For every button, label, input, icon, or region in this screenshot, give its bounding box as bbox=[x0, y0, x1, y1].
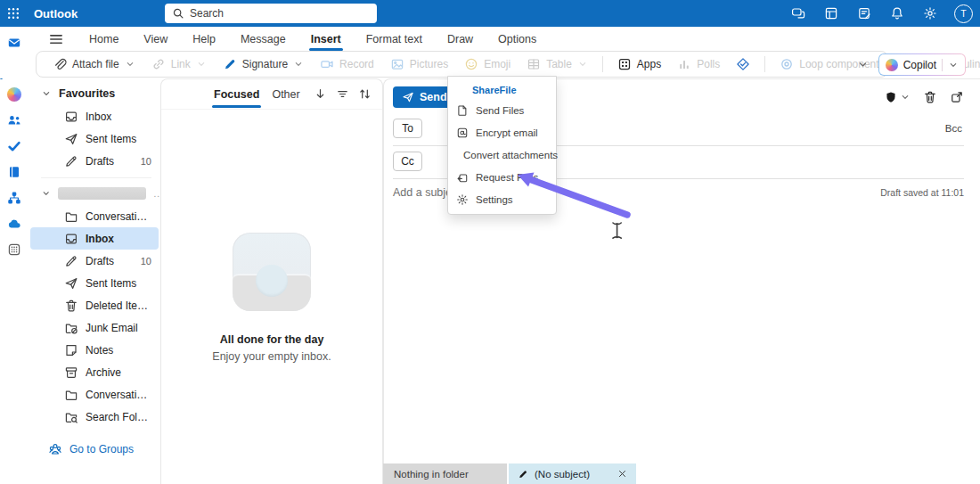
folder-notes[interactable]: Notes bbox=[30, 339, 159, 361]
table-grid-icon bbox=[527, 57, 541, 71]
table-button: Table bbox=[519, 53, 595, 76]
cc-button[interactable]: Cc bbox=[393, 152, 422, 171]
chevron-down-icon bbox=[900, 92, 911, 103]
menu-item-send-files[interactable]: Send Files bbox=[448, 99, 556, 121]
toolbar-divider bbox=[764, 56, 765, 72]
tab-view[interactable]: View bbox=[131, 29, 180, 50]
chevron-down-icon bbox=[293, 59, 304, 70]
groups-people-icon bbox=[48, 442, 62, 456]
loop-icon bbox=[780, 57, 794, 71]
menu-item-request-files[interactable]: Request Files bbox=[448, 166, 556, 188]
tab-home[interactable]: Home bbox=[77, 29, 131, 50]
tab-draw[interactable]: Draw bbox=[435, 29, 486, 50]
discard-trash-icon[interactable] bbox=[923, 90, 937, 104]
feed-icon[interactable] bbox=[822, 4, 840, 22]
tab-insert[interactable]: Insert bbox=[298, 29, 354, 50]
draft-pencil-icon bbox=[64, 154, 78, 168]
todo-app-icon[interactable] bbox=[7, 139, 21, 153]
empty-inbox-illustration bbox=[233, 233, 311, 311]
account-name-ellipsis: .. bbox=[153, 189, 160, 199]
menu-item-encrypt-email[interactable]: Encrypt email bbox=[448, 121, 556, 144]
folder-archive[interactable]: Archive bbox=[30, 361, 159, 383]
apps-button[interactable]: Apps bbox=[610, 53, 668, 76]
folder-conversation-history[interactable]: Conversation Histo... bbox=[30, 383, 159, 406]
folder-search-folders[interactable]: Search Folders bbox=[30, 406, 159, 428]
favourite-sent-items[interactable]: Sent Items bbox=[30, 127, 159, 150]
sharefile-pinned-button[interactable] bbox=[729, 53, 757, 76]
people-app-icon[interactable] bbox=[7, 113, 21, 127]
notebook-app-icon[interactable] bbox=[7, 165, 21, 179]
toolbar-overflow-chevron-icon[interactable] bbox=[857, 59, 869, 70]
teams-chat-icon[interactable] bbox=[789, 4, 807, 22]
note-icon bbox=[64, 343, 78, 357]
message-body-field[interactable] bbox=[393, 280, 964, 455]
junk-folder-icon bbox=[64, 321, 78, 335]
copilot-button[interactable]: Copilot bbox=[878, 53, 966, 76]
emoji-button: Emoji bbox=[457, 53, 518, 76]
record-button: Record bbox=[313, 53, 381, 76]
tab-focused[interactable]: Focused bbox=[208, 81, 265, 108]
video-camera-icon bbox=[320, 57, 334, 71]
tab-options[interactable]: Options bbox=[486, 29, 549, 50]
folder-deleted-items[interactable]: Deleted Items bbox=[30, 294, 159, 316]
draft-message-tab[interactable]: (No subject) bbox=[509, 463, 636, 484]
tab-other[interactable]: Other bbox=[265, 81, 306, 108]
signature-pen-icon bbox=[223, 57, 237, 71]
account-avatar[interactable]: T bbox=[954, 4, 973, 23]
folder-pane-toggle-icon[interactable] bbox=[48, 31, 64, 47]
search-folder-icon bbox=[64, 410, 78, 424]
go-to-groups-link[interactable]: Go to Groups bbox=[29, 428, 160, 456]
copilot-app-icon[interactable] bbox=[7, 87, 21, 102]
onedrive-app-icon[interactable] bbox=[7, 217, 21, 231]
favourite-drafts[interactable]: Drafts 10 bbox=[30, 150, 159, 172]
tab-message[interactable]: Message bbox=[228, 29, 298, 50]
tab-format-text[interactable]: Format text bbox=[354, 29, 435, 50]
folder-pane: Favourites Inbox Sent Items Drafts 10 ..… bbox=[29, 78, 160, 484]
chevron-down-icon[interactable] bbox=[948, 60, 959, 70]
inbox-icon bbox=[64, 110, 78, 124]
app-launcher-icon[interactable] bbox=[0, 0, 27, 27]
folder-status-tab[interactable]: Nothing in folder bbox=[383, 463, 507, 484]
message-list-header: Focused Other bbox=[161, 79, 382, 110]
favourites-header[interactable]: Favourites bbox=[29, 78, 160, 105]
request-arrow-icon bbox=[456, 171, 469, 184]
folder-drafts[interactable]: Drafts 10 bbox=[30, 250, 159, 272]
menu-item-convert-attachments[interactable]: Convert attachments bbox=[448, 144, 556, 166]
folder-conversation-action[interactable]: Conversation Actio... bbox=[30, 205, 159, 227]
to-button[interactable]: To bbox=[393, 119, 422, 138]
search-icon bbox=[172, 7, 184, 20]
signature-button[interactable]: Signature bbox=[216, 53, 311, 76]
polls-button: Polls bbox=[670, 53, 727, 76]
app-rail bbox=[0, 27, 29, 484]
folder-inbox[interactable]: Inbox bbox=[30, 227, 159, 250]
folder-sent-items[interactable]: Sent Items bbox=[30, 272, 159, 294]
search-input[interactable]: Search bbox=[165, 4, 377, 23]
move-down-icon[interactable] bbox=[314, 87, 327, 101]
attach-file-button[interactable]: Attach file bbox=[45, 53, 143, 76]
gear-icon bbox=[456, 193, 469, 206]
unread-count: 10 bbox=[141, 256, 151, 267]
mail-app-icon[interactable] bbox=[7, 36, 21, 50]
more-apps-icon[interactable] bbox=[7, 242, 21, 257]
account-header[interactable]: .. bbox=[29, 182, 160, 205]
empty-inbox-state: All done for the day Enjoy your empty in… bbox=[161, 233, 382, 363]
sensitivity-button[interactable] bbox=[885, 91, 911, 103]
sort-icon[interactable] bbox=[358, 87, 372, 101]
notes-icon[interactable] bbox=[855, 4, 873, 22]
favourite-inbox[interactable]: Inbox bbox=[30, 105, 159, 127]
settings-gear-icon[interactable] bbox=[921, 4, 939, 22]
draft-saved-status: Draft saved at 11:01 bbox=[880, 187, 964, 198]
empty-state-subtitle: Enjoy your empty inbox. bbox=[212, 350, 331, 363]
notifications-bell-icon[interactable] bbox=[888, 4, 906, 22]
org-explorer-app-icon[interactable] bbox=[7, 191, 21, 205]
archive-box-icon bbox=[64, 365, 78, 380]
close-icon[interactable] bbox=[617, 469, 627, 479]
open-in-new-window-icon[interactable] bbox=[950, 90, 964, 104]
bcc-toggle[interactable]: Bcc bbox=[945, 123, 964, 134]
menu-item-settings[interactable]: Settings bbox=[448, 188, 556, 210]
copilot-logo-icon bbox=[886, 59, 898, 71]
folder-junk-email[interactable]: Junk Email bbox=[30, 316, 159, 339]
tab-help[interactable]: Help bbox=[180, 29, 228, 50]
sharefile-menu-header: ShareFile bbox=[448, 77, 556, 99]
filter-icon[interactable] bbox=[336, 87, 349, 101]
